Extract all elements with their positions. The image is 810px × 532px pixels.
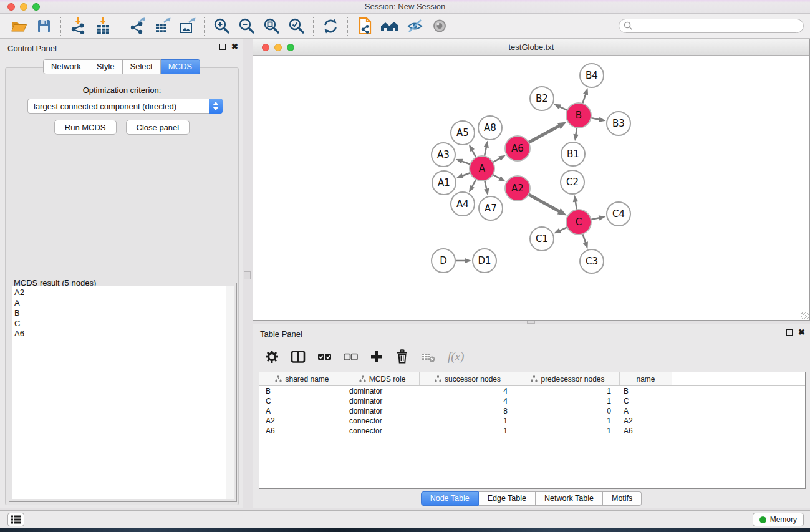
show-graphics-details-button[interactable] (427, 16, 452, 37)
float-panel-icon[interactable] (219, 44, 226, 50)
graph-node-B2[interactable]: B2 (530, 87, 554, 110)
mcds-result-item[interactable]: C (12, 319, 234, 329)
graph-node-C[interactable]: C (566, 210, 591, 235)
result-list-scrollbar[interactable] (226, 286, 234, 499)
zoom-in-button[interactable] (209, 16, 234, 37)
window-resize-grip[interactable] (801, 312, 809, 319)
graph-node-B1[interactable]: B1 (561, 142, 585, 166)
network-window-titlebar[interactable]: testGlobe.txt (253, 39, 809, 56)
graph-node-C4[interactable]: C4 (607, 202, 630, 226)
mcds-result-item[interactable]: A6 (12, 329, 234, 339)
graph-edge-arrowhead (456, 159, 463, 164)
mcds-result-list[interactable]: A2ABCA6 (12, 286, 234, 499)
tab-network-table[interactable]: Network Table (536, 491, 603, 506)
graph-node-A5[interactable]: A5 (451, 121, 475, 145)
column-header-predecessor-nodes[interactable]: predecessor nodes (516, 372, 620, 385)
show-columns-button[interactable] (291, 350, 306, 364)
table-row[interactable]: Cdominator41C (259, 396, 805, 406)
horizontal-splitter-grip[interactable] (527, 321, 535, 324)
graph-node-C3[interactable]: C3 (580, 249, 604, 273)
vertical-splitter-grip[interactable] (244, 271, 251, 279)
new-network-from-selection-button[interactable] (352, 16, 377, 37)
mcds-result-item[interactable]: B (12, 308, 234, 319)
graph-node-A2[interactable]: A2 (505, 176, 530, 201)
graph-node-label: A5 (456, 127, 469, 138)
hide-graphics-details-button[interactable] (402, 16, 427, 37)
zoom-selected-button[interactable] (284, 16, 309, 37)
graph-edge-arrowhead (573, 134, 578, 141)
table-cell: dominator (345, 397, 420, 405)
criterion-dropdown[interactable]: largest connected component (directed) (27, 99, 223, 114)
open-session-button[interactable] (6, 16, 31, 37)
graph-node-B[interactable]: B (566, 103, 591, 128)
graph-node-A1[interactable]: A1 (432, 171, 456, 195)
memory-button[interactable]: Memory (753, 513, 804, 526)
graph-node-A8[interactable]: A8 (478, 116, 502, 140)
delete-table-icon (421, 350, 436, 364)
export-table-button[interactable] (150, 16, 175, 37)
graph-node-D[interactable]: D (432, 249, 455, 273)
table-cell: dominator (345, 387, 420, 395)
delete-columns-button[interactable] (395, 349, 409, 364)
create-column-button[interactable] (370, 350, 383, 364)
node-table[interactable]: shared nameMCDS rolesuccessor nodesprede… (259, 372, 806, 489)
import-table-icon (95, 17, 112, 34)
network-canvas[interactable]: B4B2BB3B1A5A8A6A3AA1A2A4A7C2C4CC1C3DD1 (253, 56, 809, 320)
column-header-name[interactable]: name (620, 372, 672, 385)
search-input[interactable] (619, 19, 804, 33)
table-settings-button[interactable] (265, 350, 279, 364)
function-builder-button[interactable]: f(x) (448, 350, 464, 364)
tab-node-table[interactable]: Node Table (421, 491, 479, 506)
apply-layout-button[interactable] (318, 16, 343, 37)
table-row[interactable]: Adominator80A (259, 406, 805, 416)
graph-node-label: C2 (566, 177, 579, 188)
graph-node-A6[interactable]: A6 (505, 136, 530, 161)
export-table-icon (154, 17, 171, 34)
tab-network[interactable]: Network (43, 59, 89, 74)
save-session-button[interactable] (31, 16, 56, 37)
delete-table-button[interactable] (421, 350, 436, 364)
select-all-columns-button[interactable] (317, 350, 332, 364)
table-row[interactable]: A2connector11A2 (259, 416, 805, 426)
unselect-all-columns-button[interactable] (344, 350, 358, 364)
float-table-panel-icon[interactable] (786, 329, 793, 336)
graph-node-A7[interactable]: A7 (479, 196, 503, 220)
tab-style[interactable]: Style (89, 59, 123, 74)
table-cell: A (259, 407, 345, 415)
tab-mcds[interactable]: MCDS (161, 59, 200, 74)
tab-edge-table[interactable]: Edge Table (479, 491, 536, 506)
graph-node-C1[interactable]: C1 (530, 227, 554, 251)
tab-motifs[interactable]: Motifs (603, 491, 642, 506)
import-network-button[interactable] (65, 16, 90, 37)
task-history-button[interactable] (7, 513, 24, 526)
graph-node-C2[interactable]: C2 (561, 170, 584, 194)
column-header-successor-nodes[interactable]: successor nodes (420, 372, 516, 385)
mcds-result-item[interactable]: A2 (12, 288, 234, 298)
mcds-result-item[interactable]: A (12, 298, 234, 309)
graph-node-A[interactable]: A (470, 156, 494, 181)
desktop-wallpaper-strip (0, 528, 810, 532)
graph-node-label: B4 (586, 70, 598, 81)
export-image-button[interactable] (175, 16, 200, 37)
vertical-splitter[interactable] (243, 39, 253, 508)
close-table-panel-icon[interactable]: ✖ (798, 329, 805, 336)
graph-node-D1[interactable]: D1 (473, 249, 496, 273)
table-row[interactable]: A6connector11A6 (259, 426, 805, 436)
first-neighbors-button[interactable] (377, 16, 402, 37)
tab-select[interactable]: Select (123, 59, 161, 74)
graph-node-B3[interactable]: B3 (607, 112, 630, 135)
column-header-MCDS-role[interactable]: MCDS role (345, 372, 420, 385)
graph-node-B4[interactable]: B4 (580, 64, 604, 87)
column-header-shared-name[interactable]: shared name (259, 372, 345, 385)
save-icon (36, 18, 52, 34)
close-panel-button[interactable]: Close panel (126, 120, 190, 135)
zoom-out-button[interactable] (234, 16, 259, 37)
close-panel-icon[interactable]: ✖ (231, 44, 238, 50)
import-table-button[interactable] (90, 16, 115, 37)
graph-node-A4[interactable]: A4 (451, 192, 475, 216)
run-mcds-button[interactable]: Run MCDS (54, 120, 117, 135)
graph-node-A3[interactable]: A3 (432, 143, 455, 167)
export-network-button[interactable] (125, 16, 150, 37)
zoom-fit-button[interactable] (259, 16, 284, 37)
table-row[interactable]: Bdominator41B (259, 386, 805, 396)
